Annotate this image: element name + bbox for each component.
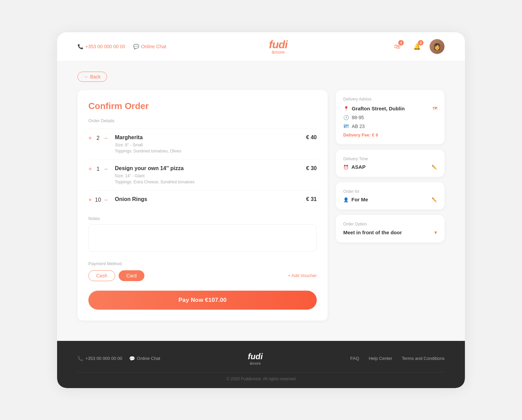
page-title: Confirm Order (88, 101, 317, 111)
delivery-time-title: Delivery Time (343, 157, 437, 161)
map-button[interactable]: 🗺 (433, 106, 437, 111)
avatar-button[interactable]: 👩 (430, 39, 445, 54)
header-left: +353 00 000 00 00 Online Chat (77, 44, 166, 49)
number2-icon: 🪪 (343, 124, 349, 129)
order-for-title: Order for (343, 189, 437, 194)
right-panel: Delivery Adress Grafton Street, Dublin 🗺 (336, 90, 445, 242)
bell-badge: 3 (418, 40, 423, 45)
pay-now-button[interactable]: Pay Now €107.00 (88, 291, 317, 310)
order-option-row: Meet in front of the door Leave at door … (343, 229, 437, 236)
footer-phone-text: +353 00 000 00 00 (85, 356, 122, 361)
delivery-time-row: ASAP (343, 164, 437, 170)
order-item-1: + 2 − Margherita Size: 8'' - Small Toppi… (88, 129, 317, 160)
item-name-3: Onion Rings (115, 196, 300, 202)
qty-decrease-3[interactable]: − (104, 197, 108, 203)
qty-increase-2[interactable]: + (88, 166, 92, 172)
payment-row: Cash Card + Add Voucher (88, 270, 317, 281)
item-detail2-1: Toppings: Sundried tomatoes, Olives (115, 148, 300, 154)
footer-faq-link[interactable]: FAQ (350, 356, 359, 361)
item-price-3: € 31 (300, 196, 317, 202)
header-chat-label: Online Chat (141, 44, 166, 49)
delivery-time-card: Delivery Time ASAP (336, 150, 445, 177)
payment-section: Payment Method Cash Card + Add Voucher (88, 261, 317, 281)
header-logo: fudi &more (269, 39, 288, 54)
qty-increase-1[interactable]: + (88, 135, 92, 141)
footer-phone-icon (77, 356, 83, 361)
delivery-time-value: ASAP (343, 164, 366, 170)
delivery-time-edit-button[interactable] (432, 164, 437, 170)
footer-right: FAQ Help Center Terms and Conditions (350, 356, 445, 361)
outer-wrapper: +353 00 000 00 00 Online Chat fudi &more… (0, 0, 522, 420)
back-button-label: ← Back (84, 74, 101, 79)
footer-chat-label: Online Chat (137, 356, 160, 361)
qty-control-1: + 2 − (88, 134, 112, 141)
delivery-time-text: ASAP (351, 164, 366, 170)
clock-icon (343, 164, 349, 170)
notes-label: Notes (88, 216, 317, 221)
order-for-card: Order for For Me (336, 182, 445, 209)
item-info-3: Onion Rings (112, 196, 300, 204)
qty-value-1: 2 (95, 135, 102, 141)
header: +353 00 000 00 00 Online Chat fudi &more… (57, 32, 465, 61)
qty-decrease-2[interactable]: − (104, 166, 108, 172)
logo-top: fudi (269, 39, 288, 50)
add-voucher-button[interactable]: + Add Voucher (288, 273, 317, 278)
item-price-1: € 40 (300, 134, 317, 141)
order-item-3: + 10 − Onion Rings € 31 (88, 190, 317, 209)
cart-badge: 4 (398, 40, 404, 45)
qty-decrease-1[interactable]: − (104, 135, 108, 141)
item-detail1-2: Size: 14'' - Giant (115, 173, 300, 179)
main-content: ← Back Confirm Order Order Details + 2 − (57, 61, 465, 341)
footer-terms-link[interactable]: Terms and Conditions (402, 356, 445, 361)
order-for-edit-button[interactable] (432, 197, 437, 203)
edit-icon (432, 164, 437, 170)
payment-cash-button[interactable]: Cash (88, 270, 115, 281)
bell-button[interactable]: 3 (410, 39, 424, 54)
footer-top: +353 00 000 00 00 Online Chat fudi &more… (77, 352, 445, 365)
footer-help-link[interactable]: Help Center (369, 356, 392, 361)
footer-left: +353 00 000 00 00 Online Chat (77, 356, 160, 361)
address-number2: AB 23 (352, 124, 365, 129)
header-phone-link[interactable]: +353 00 000 00 00 (77, 44, 125, 49)
item-info-2: Design your own 14'' pizza Size: 14'' - … (112, 165, 300, 185)
address-number1: 88-95 (352, 115, 364, 120)
footer-phone-link[interactable]: +353 00 000 00 00 (77, 356, 122, 361)
map-pin-icon (343, 106, 349, 111)
payment-options: Cash Card (88, 270, 144, 281)
payment-label: Payment Method (88, 261, 317, 266)
chat-icon (133, 44, 139, 49)
footer-logo: fudi &more (248, 352, 263, 365)
payment-card-button[interactable]: Card (119, 270, 144, 281)
order-for-text: For Me (351, 197, 368, 202)
qty-value-2: 1 (95, 166, 102, 172)
address-row: Grafton Street, Dublin 🗺 (343, 106, 437, 111)
address-number2-row: 🪪 AB 23 (343, 124, 437, 129)
item-info-1: Margherita Size: 8'' - Small Toppings: S… (112, 134, 300, 154)
qty-control-2: + 1 − (88, 165, 112, 172)
order-for-row: For Me (343, 197, 437, 203)
order-item-2: + 1 − Design your own 14'' pizza Size: 1… (88, 160, 317, 190)
notes-input[interactable] (88, 224, 317, 252)
address-number1-row: 🕐 88-95 (343, 115, 437, 120)
header-right: 4 3 👩 (390, 39, 445, 54)
qty-control-3: + 10 − (88, 196, 112, 203)
cart-button[interactable]: 4 (390, 39, 404, 54)
app-container: +353 00 000 00 00 Online Chat fudi &more… (57, 32, 465, 388)
order-option-title: Order Option (343, 222, 437, 226)
delivery-fee-label: Delivery Fee: (343, 132, 371, 138)
footer-copyright: © 2020 Fudi&more. All rights reserved (77, 372, 445, 381)
footer-chat-link[interactable]: Online Chat (129, 356, 160, 361)
item-name-1: Margherita (115, 134, 300, 141)
delivery-fee-row: Delivery Fee: € 6 (343, 132, 437, 138)
order-option-select[interactable]: Meet in front of the door Leave at door … (343, 230, 434, 235)
item-detail2-2: Toppings: Extra Cheese, Sundried tomatoe… (115, 179, 300, 185)
header-chat-link[interactable]: Online Chat (133, 44, 166, 49)
address-street: Grafton Street, Dublin (352, 106, 405, 111)
qty-value-3: 10 (95, 197, 102, 203)
back-button[interactable]: ← Back (77, 72, 107, 82)
person-icon (343, 197, 349, 202)
left-panel: Confirm Order Order Details + 2 − Marghe… (77, 90, 328, 321)
item-name-2: Design your own 14'' pizza (115, 165, 300, 171)
qty-increase-3[interactable]: + (88, 197, 92, 203)
phone-icon (77, 44, 83, 49)
